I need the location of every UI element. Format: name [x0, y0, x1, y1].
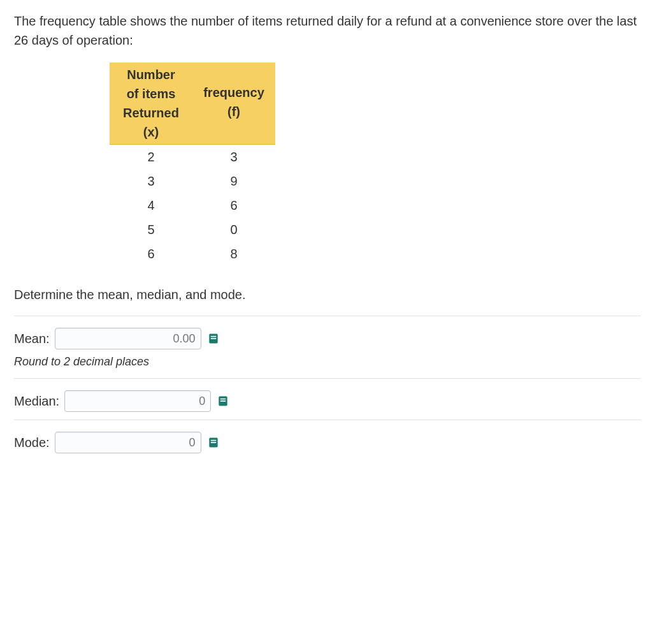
mode-input[interactable]: [55, 432, 201, 453]
svg-rect-1: [210, 336, 215, 337]
frequency-table: Number of items Returned (x) frequency (…: [110, 62, 275, 266]
cell-f: 6: [192, 193, 275, 217]
cell-x: 4: [110, 193, 192, 217]
svg-rect-4: [220, 399, 226, 400]
table-row: 2 3: [110, 145, 275, 170]
cell-f: 9: [192, 169, 275, 193]
table-header-f-l2: (f): [198, 102, 270, 121]
table-header-f-l1: frequency: [198, 83, 270, 102]
cell-x: 2: [110, 145, 192, 170]
table-header-x-l4: (x): [115, 122, 187, 142]
svg-rect-2: [210, 338, 215, 339]
cell-f: 0: [192, 217, 275, 242]
mean-hint: Round to 2 decimal places: [14, 353, 641, 370]
mean-input[interactable]: [55, 328, 201, 349]
cell-x: 6: [110, 242, 192, 266]
mean-label: Mean:: [14, 329, 50, 348]
cell-f: 3: [192, 145, 275, 170]
book-icon[interactable]: [206, 435, 220, 450]
divider: [14, 420, 641, 420]
mode-label: Mode:: [14, 433, 50, 452]
table-row: 6 8: [110, 242, 275, 266]
divider: [14, 378, 641, 379]
table-row: 5 0: [110, 217, 275, 242]
cell-x: 3: [110, 169, 192, 193]
divider: [14, 316, 641, 316]
cell-x: 5: [110, 217, 192, 242]
cell-f: 8: [192, 242, 275, 266]
table-row: 4 6: [110, 193, 275, 217]
table-header-x-l1: Number: [115, 65, 187, 84]
svg-rect-5: [220, 400, 226, 402]
question-intro: The frequency table shows the number of …: [14, 11, 641, 50]
table-header-f: frequency (f): [192, 62, 275, 145]
table-header-x-l3: Returned: [115, 103, 187, 122]
median-label: Median:: [14, 392, 59, 411]
book-icon[interactable]: [206, 332, 220, 346]
table-row: 3 9: [110, 169, 275, 193]
svg-rect-7: [210, 440, 215, 441]
median-input[interactable]: [64, 390, 211, 412]
question-prompt: Determine the mean, median, and mode.: [14, 285, 641, 304]
svg-rect-8: [210, 442, 215, 443]
book-icon[interactable]: [216, 394, 230, 408]
table-header-x: Number of items Returned (x): [110, 62, 192, 145]
table-header-x-l2: of items: [115, 84, 187, 103]
